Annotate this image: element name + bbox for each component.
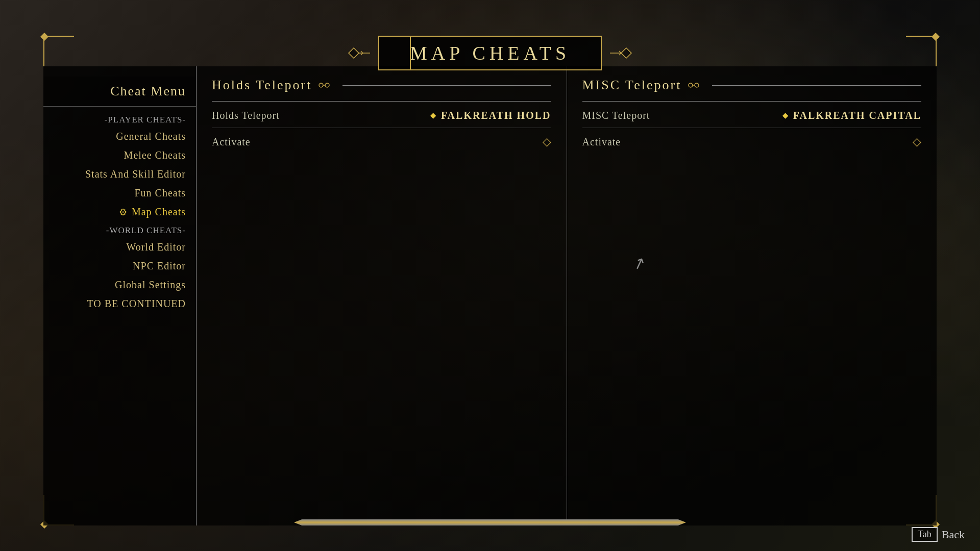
tab-key-label: Tab bbox=[912, 527, 938, 542]
holds-teleport-value-text: FALKREATH HOLD bbox=[441, 110, 551, 121]
sidebar-item-melee-cheats[interactable]: Melee Cheats bbox=[43, 146, 196, 165]
holds-teleport-panel: Holds Teleport Holds Teleport ◆ bbox=[197, 66, 567, 525]
header-title-box: MAP CHEATS bbox=[378, 36, 602, 70]
misc-activate-diamond-icon: ◇ bbox=[913, 135, 921, 148]
sidebar-item-map-cheats[interactable]: ⚙ Map Cheats bbox=[43, 203, 196, 221]
sidebar-label-stats-editor: Stats And Skill Editor bbox=[85, 168, 186, 180]
bottom-decorative-bar bbox=[294, 519, 686, 525]
misc-teleport-value-text: FALKREATH CAPITAL bbox=[793, 110, 921, 121]
svg-point-0 bbox=[319, 83, 323, 87]
bottom-hint: Tab Back bbox=[912, 527, 965, 542]
svg-point-3 bbox=[695, 83, 699, 87]
sidebar-label-fun-cheats: Fun Cheats bbox=[134, 187, 186, 199]
svg-point-1 bbox=[325, 83, 329, 87]
misc-teleport-row[interactable]: MISC Teleport ◆ FALKREATH CAPITAL bbox=[582, 102, 922, 128]
sidebar-item-stats-editor[interactable]: Stats And Skill Editor bbox=[43, 165, 196, 184]
bullet-icon-right: ◆ bbox=[782, 111, 789, 120]
holds-activate-diamond-icon: ◇ bbox=[543, 135, 551, 148]
header: MAP CHEATS bbox=[348, 36, 632, 70]
sidebar-label-npc-editor: NPC Editor bbox=[133, 260, 186, 272]
back-label: Back bbox=[942, 528, 965, 541]
sidebar: Cheat Menu -PLAYER CHEATS- General Cheat… bbox=[43, 66, 197, 525]
misc-teleport-header: MISC Teleport bbox=[582, 66, 922, 102]
misc-teleport-title: MISC Teleport bbox=[582, 78, 682, 93]
sidebar-item-fun-cheats[interactable]: Fun Cheats bbox=[43, 184, 196, 203]
sidebar-item-to-be-continued: TO BE CONTINUED bbox=[43, 294, 196, 313]
misc-teleport-panel: MISC Teleport MISC Teleport ◆ FA bbox=[567, 66, 937, 525]
player-section-header: -PLAYER CHEATS- bbox=[43, 111, 196, 127]
world-section-header: -WORLD CHEATS- bbox=[43, 221, 196, 238]
holds-teleport-header: Holds Teleport bbox=[212, 66, 551, 102]
chain-ornament-left bbox=[318, 80, 336, 90]
sidebar-label-map-cheats: Map Cheats bbox=[132, 206, 186, 218]
section-line-right bbox=[712, 85, 921, 86]
corner-top-left bbox=[43, 36, 74, 66]
chain-ornament-right bbox=[688, 80, 706, 90]
sidebar-item-global-settings[interactable]: Global Settings bbox=[43, 276, 196, 294]
sidebar-label-tbc: TO BE CONTINUED bbox=[87, 298, 186, 310]
sidebar-title: Cheat Menu bbox=[43, 77, 196, 107]
sidebar-label-world-editor: World Editor bbox=[127, 241, 186, 253]
misc-teleport-value: ◆ FALKREATH CAPITAL bbox=[782, 110, 921, 121]
holds-teleport-row[interactable]: Holds Teleport ◆ FALKREATH HOLD bbox=[212, 102, 551, 128]
sidebar-item-world-editor[interactable]: World Editor bbox=[43, 238, 196, 257]
section-line-left bbox=[342, 85, 551, 86]
sidebar-label-general-cheats: General Cheats bbox=[116, 131, 186, 142]
header-ornament-left bbox=[348, 46, 370, 60]
holds-activate-label: Activate bbox=[212, 136, 251, 148]
header-title: MAP CHEATS bbox=[410, 42, 570, 64]
ui-container: MAP CHEATS Cheat Menu -PLAYER CHEATS- Ge… bbox=[43, 36, 937, 525]
misc-activate-row[interactable]: Activate ◇ bbox=[582, 128, 922, 154]
content-area: Holds Teleport Holds Teleport ◆ bbox=[197, 66, 937, 525]
gear-icon: ⚙ bbox=[119, 207, 128, 218]
header-ornament-right bbox=[610, 46, 632, 60]
holds-teleport-title: Holds Teleport bbox=[212, 78, 312, 93]
holds-activate-row[interactable]: Activate ◇ bbox=[212, 128, 551, 154]
holds-teleport-label: Holds Teleport bbox=[212, 110, 280, 121]
corner-top-right bbox=[906, 36, 937, 66]
svg-point-2 bbox=[689, 83, 693, 87]
main-panel: Cheat Menu -PLAYER CHEATS- General Cheat… bbox=[43, 66, 937, 525]
sidebar-item-general-cheats[interactable]: General Cheats bbox=[43, 127, 196, 146]
bullet-icon-left: ◆ bbox=[430, 111, 437, 120]
sidebar-item-npc-editor[interactable]: NPC Editor bbox=[43, 257, 196, 276]
misc-teleport-label: MISC Teleport bbox=[582, 110, 650, 121]
sidebar-label-global-settings: Global Settings bbox=[115, 279, 186, 291]
holds-teleport-value: ◆ FALKREATH HOLD bbox=[430, 110, 551, 121]
misc-activate-label: Activate bbox=[582, 136, 621, 148]
sidebar-label-melee-cheats: Melee Cheats bbox=[124, 149, 186, 161]
